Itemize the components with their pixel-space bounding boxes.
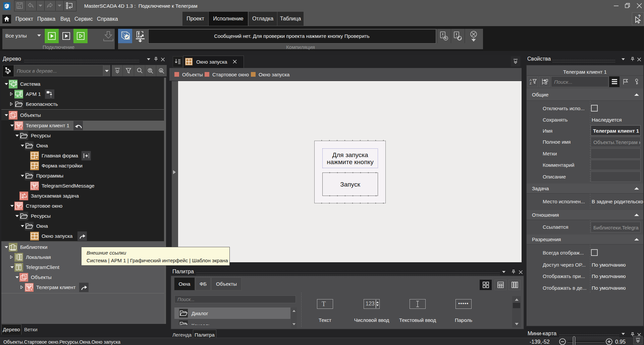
svg-text:?: ? (638, 14, 641, 19)
svg-text:Z: Z (530, 82, 532, 85)
svg-text:A: A (530, 78, 532, 82)
